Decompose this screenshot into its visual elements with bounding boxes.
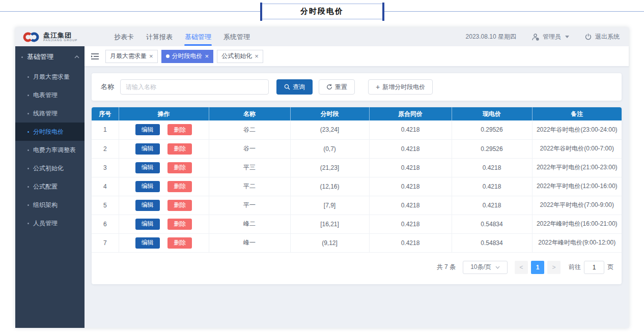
table-header-cell: 名称 (209, 107, 290, 120)
sidebar-group-label: 基础管理 (27, 52, 53, 62)
cell-actions: 编辑 删除 (119, 177, 209, 196)
nav-item[interactable]: 计算报表 (140, 27, 179, 46)
tab[interactable]: 月最大需求量 × (105, 50, 158, 63)
sidebar-group-base-management[interactable]: 基础管理 (15, 46, 85, 68)
fold-menu-icon[interactable] (91, 53, 99, 60)
sidebar-item-label: 月最大需求量 (33, 73, 70, 81)
cell-period: [7,9] (290, 196, 369, 215)
table-row: 6 编辑 删除 峰二 [16,21] 0.4218 0.54834 2022年峰… (92, 215, 622, 233)
bullet-dot-icon (27, 168, 29, 169)
cell-current-price: 0.4218 (452, 158, 532, 177)
cell-name: 平三 (209, 158, 290, 177)
cell-period: (0,7) (290, 139, 369, 158)
nav-item[interactable]: 基础管理 (179, 27, 217, 46)
nav-item[interactable]: 系统管理 (217, 27, 256, 46)
goto-page-input[interactable] (584, 261, 604, 274)
nav-item-label: 计算报表 (146, 33, 173, 42)
cell-contract-price: 0.4218 (369, 177, 452, 196)
search-input[interactable] (120, 79, 269, 95)
delete-button[interactable]: 删除 (167, 162, 192, 173)
tab[interactable]: 分时段电价 × (161, 50, 214, 63)
bullet-dot-icon (21, 56, 23, 58)
delete-button[interactable]: 删除 (167, 219, 192, 230)
sidebar-item-label: 分时段电价 (33, 128, 64, 136)
chevron-down-icon (495, 266, 500, 269)
edit-button[interactable]: 编辑 (135, 200, 160, 211)
page-size-select[interactable]: 10条/页 (463, 261, 508, 274)
delete-button[interactable]: 删除 (167, 237, 192, 249)
cell-index: 6 (92, 215, 119, 233)
brand-logo: 盘江集团 PANJIANG GROUP (22, 32, 100, 43)
delete-button[interactable]: 删除 (167, 143, 192, 155)
sidebar-item-label: 公式配置 (33, 183, 58, 191)
bullet-dot-icon (27, 76, 29, 78)
delete-button[interactable]: 删除 (167, 181, 192, 192)
edit-button[interactable]: 编辑 (135, 162, 160, 173)
app-header: 盘江集团 PANJIANG GROUP 抄表卡 计算报表 基础管理 系统管理 2… (15, 27, 629, 46)
close-icon[interactable]: × (205, 53, 209, 59)
nav-item-label: 系统管理 (223, 33, 250, 42)
sidebar-item[interactable]: 电表管理 (15, 86, 85, 104)
header-right: 2023.08.10 星期四 管理员 (466, 33, 620, 41)
power-icon (584, 33, 592, 41)
table-header-cell: 原合同价 (369, 107, 452, 120)
close-icon[interactable]: × (149, 53, 153, 59)
sidebar-item[interactable]: 公式配置 (15, 177, 85, 196)
user-menu[interactable]: 管理员 (531, 33, 569, 41)
sidebar-item[interactable]: 线路管理 (15, 104, 85, 123)
brand-subtitle: PANJIANG GROUP (43, 39, 77, 42)
tab-label: 公式初始化 (221, 52, 252, 60)
nav-item-label: 抄表卡 (114, 33, 134, 42)
sidebar-item[interactable]: 月最大需求量 (15, 68, 85, 86)
user-icon (531, 33, 540, 41)
edit-button[interactable]: 编辑 (135, 237, 160, 249)
sidebar-item[interactable]: 公式初始化 (15, 159, 85, 177)
cell-name: 峰一 (209, 233, 290, 252)
query-button[interactable]: 查询 (276, 79, 313, 95)
cell-index: 3 (92, 158, 119, 177)
edit-button[interactable]: 编辑 (135, 219, 160, 230)
cell-contract-price: 0.4218 (369, 120, 452, 139)
close-icon[interactable]: × (255, 53, 259, 59)
tabs: 月最大需求量 × 分时段电价 × 公式初始化 × (105, 50, 263, 63)
prev-page-button[interactable]: < (515, 261, 528, 274)
sidebar-item-label: 电表管理 (33, 91, 58, 100)
search-field-label: 名称 (101, 82, 114, 92)
table-head: 序号操作名称分时段原合同价现电价备注 (92, 107, 622, 120)
tab[interactable]: 公式初始化 × (217, 50, 263, 63)
next-page-button[interactable]: > (547, 261, 561, 274)
table-header-cell: 分时段 (290, 107, 369, 120)
sidebar-item-label: 组织架构 (33, 201, 58, 209)
sidebar-item[interactable]: 人员管理 (15, 214, 85, 232)
sidebar-item[interactable]: 分时段电价 (15, 123, 85, 141)
cell-period: [16,21] (290, 215, 369, 233)
sidebar-item[interactable]: 电费力率调整表 (15, 141, 85, 159)
table-row: 5 编辑 删除 平一 [7,9] 0.4218 0.4218 2022年平时电价… (92, 196, 622, 215)
table-header-cell: 现电价 (452, 107, 532, 120)
table-row: 3 编辑 删除 平三 (21,23] 0.4218 0.4218 2022年平时… (92, 158, 622, 177)
reset-button[interactable]: 重置 (319, 79, 355, 95)
goto-suffix: 页 (607, 263, 613, 271)
cell-contract-price: 0.4218 (369, 215, 452, 233)
sidebar-item-label: 电费力率调整表 (33, 146, 76, 155)
current-page-button[interactable]: 1 (531, 261, 544, 274)
sidebar-item[interactable]: 组织架构 (15, 196, 85, 214)
cell-contract-price: 0.4218 (369, 196, 452, 215)
delete-button[interactable]: 删除 (167, 200, 192, 211)
edit-button[interactable]: 编辑 (135, 124, 160, 135)
header-date: 2023.08.10 星期四 (466, 33, 516, 41)
add-time-of-use-price-button[interactable]: + 新增分时段电价 (368, 79, 433, 95)
cell-actions: 编辑 删除 (119, 120, 209, 139)
sidebar-item-label: 人员管理 (33, 219, 58, 228)
edit-button[interactable]: 编辑 (135, 143, 160, 155)
nav-item-label: 基础管理 (185, 33, 211, 42)
nav-item[interactable]: 抄表卡 (108, 27, 140, 46)
cell-name: 平一 (209, 196, 290, 215)
edit-button[interactable]: 编辑 (135, 181, 160, 192)
delete-button[interactable]: 删除 (167, 124, 192, 135)
brand-swirl-icon (22, 32, 40, 43)
cell-name: 峰二 (209, 215, 290, 233)
table-card: 序号操作名称分时段原合同价现电价备注 1 编辑 删除 谷二 (23,24] 0.… (92, 107, 622, 284)
sidebar: 基础管理 月最大需求量 电表管理 线路管理 分时段电价 电费力率调整表 公式初始… (15, 46, 85, 328)
logout-button[interactable]: 退出系统 (584, 33, 620, 41)
